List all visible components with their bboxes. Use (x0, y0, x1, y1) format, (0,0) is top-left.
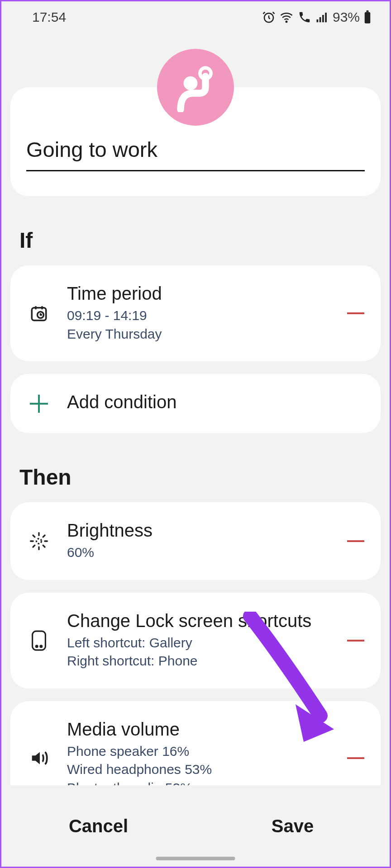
add-condition-label: Add condition (67, 392, 365, 412)
minus-icon (347, 640, 364, 642)
if-condition-time-period[interactable]: Time period 09:19 - 14:19 Every Thursday (10, 265, 381, 361)
remove-action-button[interactable] (347, 532, 365, 550)
remove-action-button[interactable] (347, 632, 365, 650)
remove-condition-button[interactable] (347, 304, 365, 322)
svg-point-23 (40, 645, 42, 647)
then-action-brightness[interactable]: Brightness 60% (10, 502, 381, 580)
commuter-icon (171, 62, 220, 112)
condition-repeat: Every Thursday (67, 325, 331, 344)
routine-header-card (10, 87, 381, 196)
svg-point-12 (36, 538, 41, 543)
svg-point-1 (286, 21, 287, 23)
status-time: 17:54 (32, 9, 66, 25)
add-condition-button[interactable]: Add condition (10, 374, 381, 433)
then-action-lockscreen-shortcuts[interactable]: Change Lock screen shortcuts Left shortc… (10, 593, 381, 689)
cancel-label: Cancel (69, 816, 128, 836)
cancel-button[interactable]: Cancel (1, 785, 196, 867)
routine-title-input[interactable] (26, 132, 365, 171)
lockscreen-icon (30, 630, 48, 651)
condition-title: Time period (67, 283, 331, 304)
svg-rect-4 (322, 15, 324, 22)
signal-icon (315, 10, 329, 24)
minus-icon (347, 312, 364, 314)
battery-icon (363, 10, 372, 24)
save-label: Save (272, 816, 314, 836)
gesture-nav-handle[interactable] (156, 857, 235, 860)
svg-point-22 (36, 645, 38, 647)
action-value: 60% (67, 543, 331, 562)
status-bar: 17:54 93% (1, 1, 390, 33)
bottom-action-bar: Cancel Save (1, 785, 390, 867)
svg-rect-2 (316, 19, 318, 22)
svg-line-20 (43, 535, 45, 537)
minus-icon (347, 757, 364, 759)
routine-avatar[interactable] (157, 49, 234, 126)
remove-action-button[interactable] (347, 749, 365, 767)
brightness-icon (29, 531, 49, 551)
svg-rect-21 (32, 631, 45, 650)
alarm-icon (262, 10, 276, 24)
action-line1: Left shortcut: Gallery (67, 634, 331, 652)
battery-pct: 93% (333, 9, 360, 25)
status-icons: 93% (262, 9, 372, 25)
condition-time: 09:19 - 14:19 (67, 307, 331, 325)
action-title: Brightness (67, 520, 331, 541)
action-line2: Wired headphones 53% (67, 760, 331, 779)
wifi-icon (279, 10, 294, 24)
svg-point-8 (184, 76, 198, 90)
svg-line-18 (43, 545, 45, 547)
then-section-label: Then (19, 465, 372, 490)
action-title: Media volume (67, 719, 331, 740)
svg-rect-3 (319, 17, 321, 22)
calendar-clock-icon (29, 304, 48, 323)
volume-icon (29, 748, 49, 769)
plus-icon (30, 395, 48, 413)
if-section-label: If (19, 228, 372, 253)
call-icon (297, 10, 312, 24)
svg-line-17 (33, 535, 34, 537)
svg-rect-7 (367, 10, 369, 12)
save-button[interactable]: Save (196, 785, 390, 867)
svg-rect-6 (365, 12, 371, 24)
svg-line-19 (33, 545, 34, 547)
action-title: Change Lock screen shortcuts (67, 611, 331, 631)
action-line2: Right shortcut: Phone (67, 652, 331, 670)
action-line1: Phone speaker 16% (67, 742, 331, 761)
svg-rect-5 (325, 13, 327, 22)
minus-icon (347, 540, 364, 542)
